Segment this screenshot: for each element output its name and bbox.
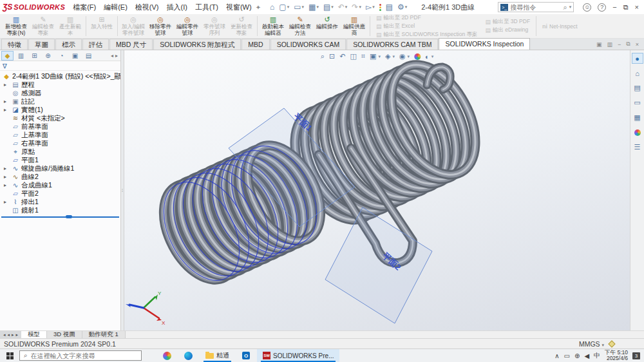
tree-item-helix[interactable]: ▸ ∿ 螺旋曲線/渦捲線1 [0, 164, 120, 173]
start-button[interactable] [0, 349, 19, 362]
home-icon[interactable]: ⌂ [270, 3, 274, 12]
search-icon[interactable]: ⌕ [564, 3, 567, 12]
zoom-fit-icon[interactable]: ⌕ [321, 52, 325, 61]
displaymanager-tab-icon[interactable]: ◔ [55, 51, 68, 61]
file-properties-icon[interactable]: ▤ [386, 3, 393, 12]
edit-operations-button[interactable]: ↺ 編輯操作 [314, 15, 341, 37]
tab-scroll-right-icon[interactable]: ▸ [115, 53, 118, 59]
tree-item-sensors[interactable]: ◎ 感測器 [0, 89, 120, 97]
propertymanager-tab-icon[interactable]: ▥ [15, 51, 27, 61]
network-icon[interactable]: ⊕ [574, 352, 580, 359]
design-library-icon[interactable]: ▤ [632, 82, 643, 93]
tree-item-right-plane[interactable]: ▱ 右基準面 [0, 139, 120, 148]
taskbar-search-box[interactable]: ⌕ [19, 350, 142, 361]
solidworks-taskbar-button[interactable]: SW SOLIDWORKS Pre... [257, 349, 339, 362]
dimxpertmanager-tab-icon[interactable]: ⊕ [42, 51, 54, 61]
tree-item-origin[interactable]: ⌖ 原點 [0, 148, 120, 156]
redo-icon[interactable]: ↷▾ [352, 3, 361, 12]
view-palette-icon[interactable]: ▦ [632, 112, 643, 123]
last-tab-icon[interactable]: ▸ [16, 332, 19, 338]
taskbar-clock[interactable]: 下午 5:10 2025/4/6 [605, 350, 628, 361]
solidworks-resources-icon[interactable]: ● [632, 53, 643, 64]
pane-left-icon[interactable]: ▣ [596, 41, 602, 48]
minimize-button[interactable]: − [612, 3, 616, 11]
filter-funnel-icon[interactable]: ∇ [3, 62, 7, 70]
menu-file[interactable]: 檔案(F) [73, 3, 96, 12]
menu-view[interactable]: 檢視(V) [135, 3, 159, 12]
tab-motion-study[interactable]: 動作研究 1 [82, 331, 126, 338]
model-canvas[interactable]: 平面1 平面2 X Y [124, 50, 630, 330]
tab-mbd-dimensions[interactable]: MBD 尺寸 [109, 39, 153, 50]
configurationmanager-tab-icon[interactable]: ⊞ [28, 51, 41, 61]
doc-restore-button[interactable]: ⧉ [626, 41, 630, 48]
featuremanager-design-tree-tab-icon[interactable]: ◆ [1, 51, 14, 61]
login-icon[interactable]: ☺ [583, 3, 591, 12]
tab-3d-views[interactable]: 3D 視圖 [47, 331, 82, 338]
tab-features[interactable]: 特徵 [1, 39, 28, 50]
custom-properties-icon[interactable]: ☰ [632, 142, 643, 153]
tab-sketch[interactable]: 草圖 [28, 39, 55, 50]
search-scope-icon[interactable]: >_ [500, 4, 508, 11]
cam-feature-tree-tab-icon[interactable]: ▣ [69, 51, 81, 61]
tree-filter-bar[interactable]: ∇ [0, 61, 120, 71]
menu-window[interactable]: 視窗(W) [226, 3, 252, 12]
options-icon[interactable]: ⚙▾ [397, 3, 407, 12]
hide-show-items-icon[interactable]: ◉ [399, 52, 406, 61]
tab-addins[interactable]: SOLIDWORKS 附加程式 [153, 39, 241, 50]
tab-markup[interactable]: 標示 [55, 39, 82, 50]
tree-item-composite-curve[interactable]: ▸ ∿ 合成曲線1 [0, 181, 120, 189]
edit-inspection-methods-button[interactable]: ✎ 編輯檢查方法 [287, 15, 314, 37]
first-tab-icon[interactable]: ◂ [3, 332, 6, 338]
tab-evaluate[interactable]: 評估 [82, 39, 109, 50]
reference-plane-2[interactable]: 平面2 [325, 207, 432, 323]
zoom-area-icon[interactable]: ⊡ [329, 52, 335, 61]
close-button[interactable]: × [635, 3, 639, 11]
notification-center-icon[interactable]: 3 [632, 352, 640, 359]
tab-solidworks-cam[interactable]: SOLIDWORKS CAM [270, 39, 346, 50]
prev-tab-icon[interactable]: ◂ [8, 332, 10, 338]
file-explorer-taskbar-button[interactable]: 精通 [200, 349, 235, 362]
save-icon[interactable]: ▦▾ [308, 3, 319, 12]
new-document-icon[interactable]: ▢▾ [279, 3, 289, 12]
command-search-box[interactable]: >_ ⌕ ▾ [498, 2, 574, 12]
tree-item-plane2[interactable]: ▱ 平面2 [0, 189, 120, 198]
select-cursor-icon[interactable]: ▻▾ [366, 3, 375, 12]
volume-icon[interactable]: ◀ [584, 352, 589, 359]
tree-item-annotations[interactable]: ▸ ▣ 註記 [0, 97, 120, 106]
tree-item-top-plane[interactable]: ▱ 上基準面 [0, 131, 120, 139]
taskbar-search-input[interactable] [31, 352, 137, 359]
ime-indicator[interactable]: 中 [594, 351, 600, 360]
copilot-taskbar-button[interactable] [157, 349, 177, 362]
launch-template-editor-button[interactable]: ▥ 啟動範本編輯器 [260, 15, 287, 37]
help-icon[interactable]: ? [598, 3, 606, 12]
tree-item-solid-bodies[interactable]: ▸ ◪ 實體(1) [0, 106, 120, 114]
menu-tools[interactable]: 工具(T) [195, 3, 218, 12]
home-icon[interactable]: ⌂ [632, 68, 643, 79]
edge-taskbar-button[interactable] [178, 349, 198, 362]
appearances-icon[interactable] [632, 127, 643, 138]
new-inspection-project-button[interactable]: ▥ 新增檢查專案(N) [3, 15, 30, 37]
units-selector[interactable]: MMGS ▾ [579, 340, 604, 348]
doc-minimize-button[interactable]: − [618, 41, 621, 48]
menu-insert[interactable]: 插入(I) [167, 3, 187, 12]
section-view-icon[interactable]: ◫ [350, 52, 356, 61]
print-icon[interactable]: ▤▾ [323, 3, 334, 12]
tree-item-material[interactable]: ≋ 材質 <未指定> [0, 114, 120, 122]
rebuild-icon[interactable] [379, 4, 381, 11]
pin-menu-icon[interactable]: ✦ [256, 4, 261, 11]
restore-button[interactable]: ⧉ [623, 3, 629, 12]
graphics-viewport[interactable]: 平面1 平面2 X Y [124, 50, 630, 330]
doc-close-button[interactable]: × [636, 41, 639, 48]
tree-item-sweep[interactable]: ▸ ⌇ 掃出1 [0, 198, 120, 206]
rollback-bar[interactable] [1, 216, 119, 218]
tree-item-plane1[interactable]: ▱ 平面1 [0, 156, 120, 164]
next-tab-icon[interactable]: ▸ [12, 332, 14, 338]
annotation-views-icon[interactable]: ⌗ [361, 52, 365, 61]
apply-scene-icon[interactable]: ◐ [425, 53, 430, 61]
cam-operation-tree-tab-icon[interactable]: ▤ [82, 51, 95, 61]
remove-balloon-button[interactable]: ◎ 移除零件號球 [147, 15, 174, 37]
tree-item-mirror[interactable]: ◫ 鏡射1 [0, 206, 120, 214]
search-input[interactable] [510, 4, 561, 11]
previous-view-icon[interactable]: ↶ [339, 52, 345, 61]
search-dropdown-icon[interactable]: ▾ [569, 5, 572, 10]
